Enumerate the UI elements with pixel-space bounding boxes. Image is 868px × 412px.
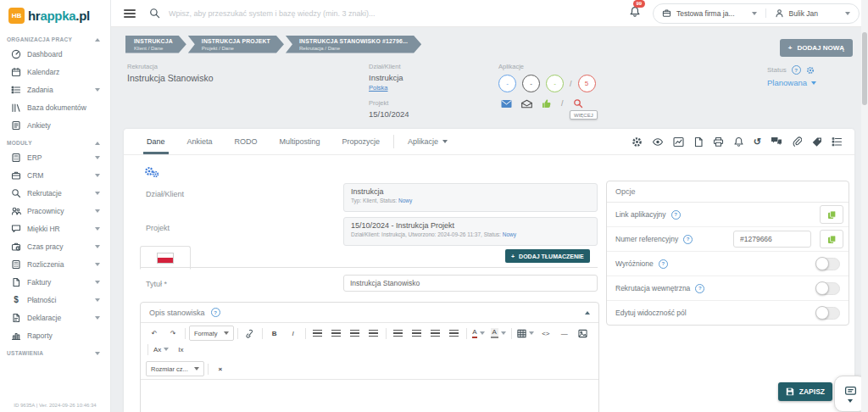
- save-button[interactable]: ZAPISZ: [778, 382, 832, 401]
- clear-formatting-button[interactable]: Ix: [172, 342, 189, 356]
- user-selector[interactable]: Bulik Jan: [765, 8, 860, 18]
- title-input[interactable]: [343, 275, 598, 292]
- eye-icon[interactable]: [652, 136, 664, 148]
- remove-button[interactable]: ×: [212, 362, 229, 376]
- breadcrumb-item-projekt[interactable]: INSTRUKCJA PROJEKT Projekt / Dane: [188, 36, 284, 53]
- image-button[interactable]: [575, 326, 592, 340]
- tag-icon[interactable]: [811, 136, 822, 148]
- bg-color-button[interactable]: A: [489, 326, 508, 340]
- add-translation-button[interactable]: + DODAJ TŁUMACZENIE: [505, 249, 590, 263]
- sidebar-item-czas-pracy[interactable]: Czas pracy: [0, 237, 110, 255]
- chart-icon[interactable]: [673, 136, 684, 148]
- language-tab-pl[interactable]: [140, 246, 191, 270]
- history-icon[interactable]: ↺: [754, 137, 761, 147]
- tab-dane[interactable]: Dane: [136, 129, 176, 154]
- formats-dropdown[interactable]: Formaty: [189, 326, 234, 341]
- sidebar-item-zadania[interactable]: Zadania: [0, 81, 110, 98]
- sidebar-item-baza-dokumentow[interactable]: Baza dokumentów: [0, 98, 110, 116]
- mail-icon[interactable]: [501, 99, 512, 109]
- breadcrumb-item-klient[interactable]: INSTRUKCJA Klient / Dane: [125, 36, 186, 53]
- sidebar-item-rekrutacje[interactable]: Rekrutacje: [0, 184, 110, 202]
- help-icon[interactable]: ?: [695, 284, 704, 293]
- attachment-icon[interactable]: [792, 136, 802, 148]
- app-count-new[interactable]: -: [498, 75, 516, 92]
- thumbs-up-icon[interactable]: [542, 98, 552, 109]
- align-justify-button[interactable]: [365, 326, 382, 340]
- font-size-dropdown[interactable]: Rozmiar cz...: [146, 361, 204, 376]
- client-field-select[interactable]: Instrukcja Typ: Klient, Status: Nowy: [343, 183, 598, 212]
- status-settings-icon[interactable]: [806, 66, 815, 75]
- collapse-icon[interactable]: [585, 311, 590, 315]
- link-button[interactable]: [242, 326, 259, 340]
- sidebar-item-deklaracje[interactable]: Deklaracje: [0, 309, 110, 326]
- undo-button[interactable]: ↶: [146, 326, 163, 340]
- copy-link-button[interactable]: [820, 205, 843, 224]
- align-right-button[interactable]: [347, 326, 364, 340]
- align-center-button[interactable]: [328, 326, 345, 340]
- tab-multiposting[interactable]: Multiposting: [269, 129, 331, 154]
- search-input[interactable]: [167, 8, 450, 19]
- sidebar-item-platnosci[interactable]: $ Płatności: [0, 291, 110, 309]
- list-icon[interactable]: [832, 136, 843, 148]
- edit-fields-toggle[interactable]: [816, 307, 840, 320]
- sidebar-item-raporty[interactable]: Raporty: [0, 326, 110, 344]
- outdent-button[interactable]: [427, 326, 444, 340]
- bold-button[interactable]: B: [266, 326, 283, 340]
- copy-ref-button[interactable]: [820, 230, 843, 248]
- print-icon[interactable]: [713, 136, 724, 148]
- comments-icon[interactable]: [771, 136, 782, 147]
- ref-number-input[interactable]: [733, 231, 811, 248]
- sidebar-item-rozliczenia[interactable]: Rozliczenia: [0, 255, 110, 273]
- app-count-contacted[interactable]: -: [522, 75, 540, 92]
- bullet-list-button[interactable]: [390, 326, 407, 340]
- company-selector[interactable]: Testowa firma ja...: [654, 8, 765, 18]
- project-field-select[interactable]: 15/10/2024 - Instrukcja Projekt Dział/Kl…: [343, 217, 598, 246]
- italic-button[interactable]: I: [285, 326, 302, 340]
- text-color-button[interactable]: A: [470, 326, 487, 340]
- sidebar-item-kalendarz[interactable]: Kalendarz: [0, 63, 110, 81]
- help-icon[interactable]: ?: [792, 65, 801, 75]
- indent-button[interactable]: [446, 326, 463, 340]
- sidebar-section-moduly[interactable]: MODUŁY: [0, 134, 110, 148]
- help-icon[interactable]: ?: [211, 308, 220, 317]
- scrollbar-thumb[interactable]: [862, 32, 867, 105]
- file-icon[interactable]: [693, 136, 704, 148]
- client-country-link[interactable]: Polska: [369, 84, 409, 92]
- help-icon[interactable]: ?: [659, 259, 668, 269]
- sidebar-section-organizacja[interactable]: ORGANIZACJA PRACY: [0, 31, 110, 45]
- redo-button[interactable]: ↷: [164, 326, 181, 340]
- settings-icon[interactable]: [632, 136, 643, 148]
- more-button[interactable]: WIĘCEJ: [570, 110, 598, 120]
- language-button[interactable]: Ax: [152, 342, 170, 356]
- help-icon[interactable]: ?: [683, 235, 693, 244]
- help-icon[interactable]: ?: [671, 210, 681, 220]
- notifications-button[interactable]: 99: [629, 6, 641, 21]
- featured-toggle[interactable]: [816, 258, 840, 270]
- field-settings-button[interactable]: [144, 166, 163, 180]
- sidebar-item-erp[interactable]: ERP: [0, 148, 110, 166]
- tab-aplikacje-dropdown[interactable]: Aplikacje: [397, 129, 459, 154]
- app-count-total[interactable]: 5: [578, 75, 596, 92]
- menu-toggle-icon[interactable]: [124, 9, 136, 18]
- sidebar-item-crm[interactable]: CRM: [0, 166, 110, 184]
- sidebar-item-pracownicy[interactable]: Pracownicy: [0, 202, 110, 220]
- tab-ankieta[interactable]: Ankieta: [176, 129, 224, 154]
- add-new-button[interactable]: + DODAJ NOWĄ: [780, 39, 853, 57]
- internal-recruitment-toggle[interactable]: [816, 282, 840, 295]
- hr-button[interactable]: —: [556, 326, 573, 340]
- tab-rodo[interactable]: RODO: [224, 129, 269, 154]
- search-apps-icon[interactable]: [573, 98, 583, 109]
- sidebar-section-ustawienia[interactable]: USTAWIENIA: [0, 344, 110, 359]
- sidebar-item-dashboard[interactable]: Dashboard: [0, 45, 110, 63]
- app-logo[interactable]: HB hrappka.pl: [0, 0, 110, 31]
- status-dropdown[interactable]: Planowana: [767, 78, 816, 87]
- description-textarea[interactable]: [141, 380, 598, 412]
- align-left-button[interactable]: [309, 326, 326, 340]
- sidebar-item-faktury[interactable]: Faktury: [0, 273, 110, 291]
- breadcrumb-item-rekrutacja[interactable]: INSTRUKCJA STANOWISKO #12796... Rekrutac…: [286, 36, 421, 53]
- bell-icon[interactable]: [733, 136, 744, 148]
- code-button[interactable]: <>: [537, 326, 554, 340]
- open-mail-icon[interactable]: [521, 99, 532, 109]
- tab-propozycje[interactable]: Propozycje: [331, 129, 392, 154]
- app-count-accepted[interactable]: -: [546, 75, 564, 92]
